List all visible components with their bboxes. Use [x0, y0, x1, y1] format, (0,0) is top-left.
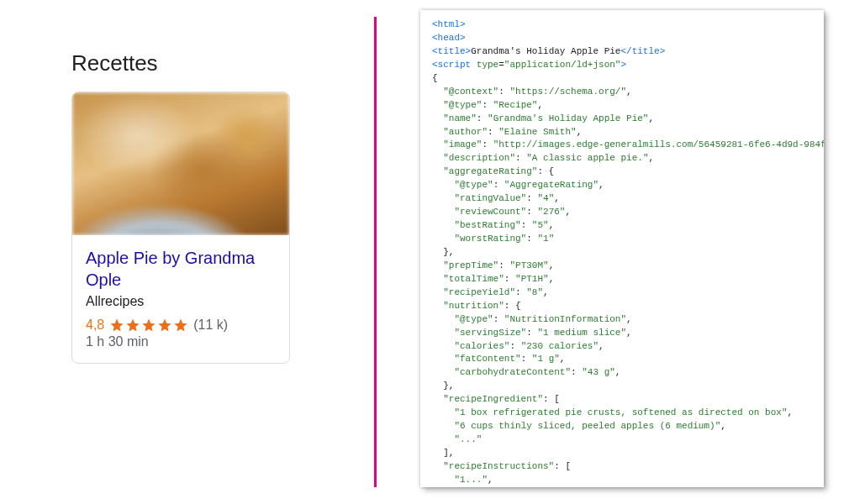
code-script-type: application/ld+json [509, 60, 614, 70]
recipe-card[interactable]: Apple Pie by Grandma Ople Allrecipes 4,8… [71, 92, 290, 364]
star-icon [173, 318, 188, 333]
section-title: Recettes [71, 50, 290, 76]
star-icon [141, 318, 156, 333]
star-icon [109, 318, 124, 333]
vertical-divider [374, 17, 377, 487]
rating-value: 4,8 [86, 318, 104, 333]
star-icon [125, 318, 140, 333]
code-panel: <html> <head> <title>Grandma's Holiday A… [420, 10, 824, 487]
recipe-title-link[interactable]: Apple Pie by Grandma Ople [86, 247, 276, 291]
recipe-source: Allrecipes [86, 294, 276, 309]
rating-row: 4,8 (11 k) [86, 318, 276, 333]
review-count: (11 k) [193, 318, 228, 333]
recipe-duration: 1 h 30 min [86, 334, 276, 349]
star-icon [157, 318, 172, 333]
code-title-text: Grandma's Holiday Apple Pie [471, 46, 620, 56]
recipe-photo [72, 92, 289, 235]
rating-stars [109, 318, 188, 333]
